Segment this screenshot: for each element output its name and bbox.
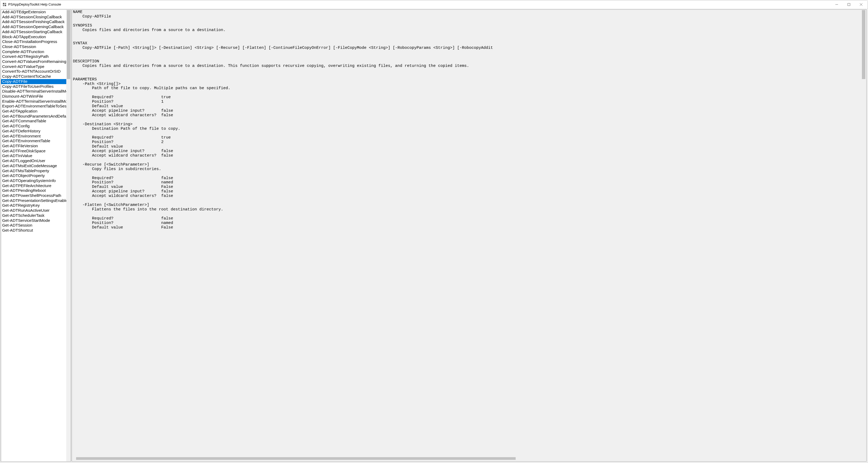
command-list-item[interactable]: Add-ADTSessionClosingCallback [1, 15, 66, 20]
command-list-item[interactable]: Get-ADTShortcut [1, 228, 66, 233]
command-list-item[interactable]: Copy-ADTContentToCache [1, 74, 66, 79]
command-list-item[interactable]: Get-ADTPEFileArchitecture [1, 183, 66, 189]
close-button[interactable] [855, 1, 867, 8]
command-list-item[interactable]: Get-ADTFreeDiskSpace [1, 149, 66, 154]
command-list-item[interactable]: Convert-ADTValueType [1, 64, 66, 69]
command-list-item[interactable]: Convert-ADTRegistryPath [1, 54, 66, 59]
right-h-scrollbar-thumb[interactable] [76, 457, 516, 460]
command-list-item[interactable]: Convert-ADTValuesFromRemainingArguments [1, 59, 66, 64]
help-pane: NAME Copy-ADTFile SYNOPSIS Copies files … [71, 9, 867, 462]
command-list-item[interactable]: Get-ADTLoggedOnUser [1, 158, 66, 164]
command-list-item[interactable]: Add-ADTSessionFinishingCallback [1, 19, 66, 24]
command-list-item[interactable]: Add-ADTEdgeExtension [1, 9, 66, 15]
command-list-item[interactable]: Get-ADTCommandTable [1, 119, 66, 124]
command-list-item[interactable]: Close-ADTInstallationProgress [1, 39, 66, 44]
command-list-item[interactable]: Add-ADTSessionStartingCallback [1, 29, 66, 34]
maximize-button[interactable] [843, 1, 855, 8]
command-list-item[interactable]: Disable-ADTTerminalServerInstallMode [1, 89, 66, 94]
command-list-item[interactable]: Get-ADTPresentationSettingsEnabledUsers [1, 198, 66, 203]
left-scrollbar[interactable] [66, 9, 71, 461]
command-list-item[interactable]: Get-ADTFileVersion [1, 144, 66, 149]
right-h-scrollbar[interactable] [76, 457, 861, 460]
svg-rect-1 [5, 3, 6, 4]
command-list-item[interactable]: Get-ADTConfig [1, 124, 66, 129]
command-list-item[interactable]: Block-ADTAppExecution [1, 34, 66, 39]
content-area: Add-ADTEdgeExtensionAdd-ADTSessionClosin… [0, 9, 868, 463]
titlebar[interactable]: PSAppDeployToolkit Help Console [0, 0, 868, 9]
command-list-item[interactable]: Enable-ADTTerminalServerInstallMode [1, 99, 66, 104]
command-list-item[interactable]: Get-ADTSession [1, 223, 66, 228]
help-text[interactable]: NAME Copy-ADTFile SYNOPSIS Copies files … [72, 9, 866, 461]
minimize-button[interactable] [831, 1, 843, 8]
command-list-pane: Add-ADTEdgeExtensionAdd-ADTSessionClosin… [1, 9, 71, 462]
command-list-item[interactable]: Add-ADTSessionOpeningCallback [1, 24, 66, 29]
window-controls [831, 1, 867, 8]
right-v-scrollbar[interactable] [861, 10, 866, 456]
command-list-item[interactable]: Get-ADTMsiExitCodeMessage [1, 164, 66, 169]
app-window: PSAppDeployToolkit Help Console Add-ADTE… [0, 0, 868, 463]
command-list-item[interactable]: Get-ADTEnvironment [1, 134, 66, 139]
command-list-item[interactable]: Dismount-ADTWimFile [1, 94, 66, 99]
command-list-item[interactable]: Get-ADTEnvironmentTable [1, 139, 66, 144]
command-list-item[interactable]: Get-ADTPendingReboot [1, 188, 66, 193]
command-list-item[interactable]: Get-ADTSchedulerTask [1, 213, 66, 218]
command-list-item[interactable]: ConvertTo-ADTNTAccountOrSID [1, 69, 66, 74]
right-v-scrollbar-thumb[interactable] [862, 10, 865, 79]
command-list-item[interactable]: Get-ADTPowerShellProcessPath [1, 193, 66, 198]
command-list-item[interactable]: Get-ADTIniValue [1, 153, 66, 158]
command-list-item[interactable]: Get-ADTRegistryKey [1, 203, 66, 208]
command-list-item[interactable]: Get-ADTBoundParametersAndDefaultValues [1, 114, 66, 119]
svg-rect-5 [848, 3, 850, 6]
command-list-item[interactable]: Get-ADTApplication [1, 109, 66, 114]
minimize-icon [835, 3, 838, 6]
maximize-icon [847, 3, 850, 6]
command-list-item[interactable]: Copy-ADTFileToUserProfiles [1, 84, 66, 89]
window-title: PSAppDeployToolkit Help Console [8, 2, 61, 6]
command-list-item[interactable]: Export-ADTEnvironmentTableToSessionState [1, 104, 66, 109]
app-icon [2, 2, 7, 7]
command-list-item[interactable]: Get-ADTOperatingSystemInfo [1, 178, 66, 183]
command-list-item[interactable]: Get-ADTDeferHistory [1, 129, 66, 134]
close-icon [860, 3, 862, 6]
command-list-item[interactable]: Get-ADTObjectProperty [1, 173, 66, 178]
titlebar-left: PSAppDeployToolkit Help Console [2, 2, 61, 7]
left-scrollbar-thumb[interactable] [67, 10, 70, 79]
command-list-item[interactable]: Close-ADTSession [1, 44, 66, 49]
command-list-item[interactable]: Get-ADTRunAsActiveUser [1, 208, 66, 213]
command-list-item[interactable]: Complete-ADTFunction [1, 49, 66, 54]
command-list-item[interactable]: Copy-ADTFile [1, 79, 66, 84]
command-list[interactable]: Add-ADTEdgeExtensionAdd-ADTSessionClosin… [1, 9, 66, 461]
command-list-item[interactable]: Get-ADTServiceStartMode [1, 218, 66, 223]
svg-rect-0 [3, 3, 4, 4]
svg-rect-2 [3, 4, 4, 6]
svg-rect-3 [5, 4, 6, 6]
command-list-item[interactable]: Get-ADTMsiTableProperty [1, 169, 66, 174]
